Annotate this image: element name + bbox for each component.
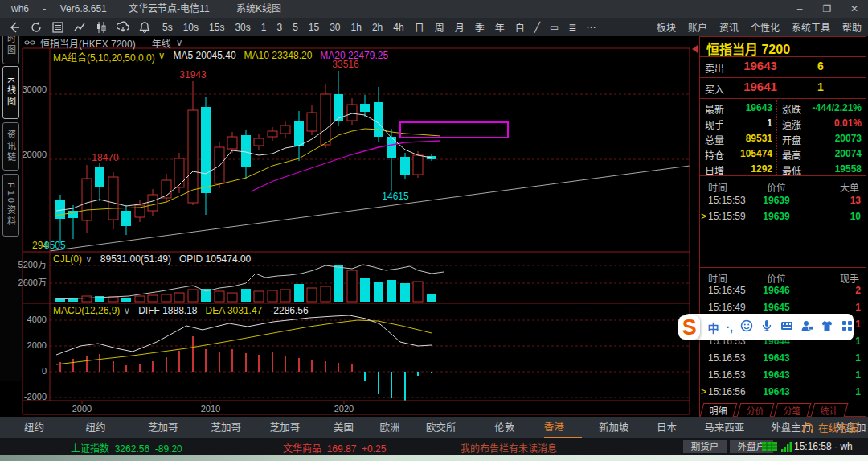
ime-keyboard-icon[interactable] <box>780 319 793 335</box>
tape-tab-统计[interactable]: 统计 <box>811 403 849 417</box>
candlestick-icon[interactable] <box>95 21 108 34</box>
svg-text:8505: 8505 <box>44 240 66 251</box>
exchange-tab-欧洲ICE[interactable]: 欧洲ICE <box>379 418 409 438</box>
maximize-button[interactable]: ❐ <box>813 0 841 18</box>
tick-time: 15:16:53 <box>708 352 746 364</box>
overlay-button[interactable]: ≣ <box>568 22 576 33</box>
ime-chinese-icon[interactable]: 中 <box>707 319 719 335</box>
minimize-button[interactable]: – <box>786 0 813 18</box>
period-button-10s[interactable]: 10s <box>183 22 199 33</box>
bid-row[interactable]: 买入 19641 1 <box>700 78 866 97</box>
menu-系统工具[interactable]: 系统工具 <box>792 20 830 34</box>
period-button-2h[interactable]: 2h <box>372 22 383 33</box>
ask-row[interactable]: 卖出 19643 6 <box>700 57 866 76</box>
exchange-tab-芝加哥CBOT[interactable]: 芝加哥CBOT <box>148 418 194 438</box>
list-row[interactable]: 15:16:53196431 <box>700 368 866 382</box>
period-button-自[interactable]: 自 <box>515 20 525 34</box>
exchange-tab-芝加哥CBOE[interactable]: 芝加哥CBOE <box>270 418 317 438</box>
period-button-1[interactable]: 1 <box>261 22 267 33</box>
period-button-周[interactable]: 周 <box>435 20 444 34</box>
cjl-label[interactable]: CJL(0) <box>53 253 82 265</box>
tape-tab-分价[interactable]: 分价 <box>737 403 775 417</box>
chart-symbol[interactable]: 恒指当月(HKEX 7200) <box>40 36 136 50</box>
ime-punctuation-icon[interactable]: ·, <box>726 321 733 334</box>
svg-text:20000: 20000 <box>22 150 47 159</box>
chevron-down-icon[interactable]: ∨ <box>85 253 92 265</box>
futures-account-button[interactable]: 期货户 <box>683 440 727 453</box>
svg-text:2010: 2010 <box>201 404 220 414</box>
ime-profile-icon[interactable] <box>800 319 813 335</box>
list-row[interactable]: 15:15:531963913 <box>700 193 866 208</box>
ime-logo-icon[interactable]: S <box>678 315 700 340</box>
wenhua-commodity-index[interactable]: 文华商品 169.87 +0.25 <box>283 441 386 455</box>
exchange-tab-美国ICE[interactable]: 美国ICE <box>334 418 363 438</box>
draw-line-button[interactable]: ╱ <box>534 22 540 33</box>
period-button-季[interactable]: 季 <box>475 20 485 34</box>
list-row[interactable]: 15:16:49196451 <box>700 300 866 315</box>
more-button[interactable]: ⋯ <box>586 22 596 33</box>
period-button-日[interactable]: 日 <box>415 20 424 34</box>
ime-mic-icon[interactable] <box>760 319 773 335</box>
exchange-tab-bar: 纽约NYMEX纽约COMEX芝加哥CBOT芝加哥CME芝加哥CBOE美国ICE欧… <box>0 417 868 438</box>
ime-toolbar[interactable]: S 中 ·, <box>683 314 854 340</box>
ma10-value: MA10 23348.20 <box>244 50 313 64</box>
ime-emoji-icon[interactable] <box>740 319 753 335</box>
menu-帮助[interactable]: 帮助 <box>842 20 862 34</box>
shanghai-index[interactable]: 上证指数 3262.56 -89.20 <box>71 441 182 455</box>
list-row[interactable]: 15:16:53196431 <box>700 351 866 365</box>
signal-strength-icon <box>781 442 792 452</box>
list-row[interactable]: >15:16:56196431 <box>700 385 866 399</box>
period-button-3[interactable]: 3 <box>276 22 282 33</box>
exchange-tab-香港HKEX[interactable]: 香港HKEX <box>544 418 582 438</box>
ime-grid-icon[interactable] <box>841 319 854 335</box>
exchange-tab-马来西亚BMD[interactable]: 马来西亚BMD <box>704 418 754 438</box>
bell-icon[interactable] <box>138 21 151 34</box>
exchange-tab-芝加哥CME[interactable]: 芝加哥CME <box>211 418 253 438</box>
line-chart-icon[interactable] <box>73 21 86 34</box>
field-value: 1292 <box>727 163 772 175</box>
bulletin-notice[interactable]: 我的布告栏有未读消息 <box>461 441 557 455</box>
period-button-4h[interactable]: 4h <box>393 22 403 33</box>
list-row[interactable]: >15:15:591963910 <box>700 209 866 224</box>
exchange-tab-纽约NYMEX[interactable]: 纽约NYMEX <box>24 418 68 438</box>
exchange-tab-新加坡SGX[interactable]: 新加坡SGX <box>599 418 640 438</box>
period-button-5s[interactable]: 5s <box>162 22 173 33</box>
period-button-月[interactable]: 月 <box>455 20 465 34</box>
list-row[interactable]: 15:16:45196462 <box>700 283 866 298</box>
online-service-label[interactable]: 在线客服 <box>818 420 858 435</box>
cloud-download-icon[interactable] <box>117 21 129 34</box>
ma-group-label[interactable]: MA组合(5,10,20,50,0,0) <box>53 50 155 64</box>
quote-board-icon[interactable] <box>51 21 64 34</box>
exchange-tab-日本JPX[interactable]: 日本JPX <box>657 418 687 438</box>
period-button-5[interactable]: 5 <box>293 22 298 33</box>
menu-板块[interactable]: 板块 <box>657 20 676 34</box>
period-button-1h[interactable]: 1h <box>351 22 362 33</box>
exchange-tab-欧交所EUREX[interactable]: 欧交所EUREX <box>426 418 477 438</box>
period-button-30[interactable]: 30 <box>330 22 340 33</box>
period-button-年[interactable]: 年 <box>495 20 505 34</box>
exchange-tab-伦敦LME[interactable]: 伦敦LME <box>494 418 526 438</box>
draw-rect-button[interactable]: ▭ <box>550 22 559 33</box>
exchange-tab-纽约COMEX[interactable]: 纽约COMEX <box>85 418 131 438</box>
ime-skin-icon[interactable] <box>821 319 833 335</box>
chart-period-selector[interactable]: 年线 <box>152 36 171 50</box>
chevron-down-icon[interactable]: ∨ <box>176 37 183 48</box>
macd-label[interactable]: MACD(12,26,9) <box>53 305 120 316</box>
period-button-15s[interactable]: 15s <box>209 22 224 33</box>
period-button-15[interactable]: 15 <box>309 22 319 33</box>
period-button-30s[interactable]: 30s <box>235 22 250 33</box>
quote-symbol-title[interactable]: 恒指当月 7200 <box>706 39 790 58</box>
menu-账户[interactable]: 账户 <box>688 20 707 34</box>
refresh-icon[interactable] <box>30 21 43 34</box>
online-service[interactable]: 在线客服 <box>802 417 858 438</box>
tape-tab-分笔[interactable]: 分笔 <box>774 403 812 417</box>
quote-field-row: 现手1速涨0.01% <box>700 115 866 130</box>
link-icon <box>24 39 35 47</box>
chevron-down-icon[interactable]: ∨ <box>158 50 166 64</box>
close-button[interactable]: ✕ <box>841 0 868 18</box>
menu-个性化[interactable]: 个性化 <box>751 20 780 34</box>
back-icon[interactable] <box>8 21 21 34</box>
chevron-down-icon[interactable]: ∨ <box>123 305 130 316</box>
tape-tab-明细[interactable]: 明细 <box>700 403 738 417</box>
menu-资讯[interactable]: 资讯 <box>719 20 739 34</box>
